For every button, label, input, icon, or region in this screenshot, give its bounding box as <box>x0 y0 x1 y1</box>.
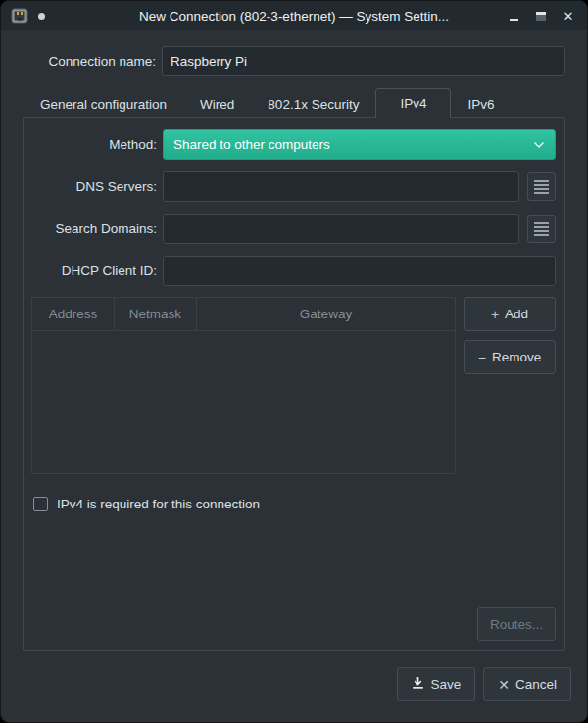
minus-icon: − <box>478 350 486 365</box>
ipv4-required-checkbox[interactable] <box>33 497 48 511</box>
list-edit-icon <box>534 180 549 194</box>
plus-icon: + <box>491 307 499 322</box>
settings-window: New Connection (802-3-ethernet) — System… <box>0 0 588 723</box>
tab-ipv6[interactable]: IPv6 <box>451 91 511 117</box>
cancel-button[interactable]: ✕ Cancel <box>483 667 571 701</box>
window-title: New Connection (802-3-ethernet) — System… <box>1 9 587 24</box>
column-header-netmask[interactable]: Netmask <box>115 298 197 330</box>
tab-8021x-security[interactable]: 802.1x Security <box>251 91 375 117</box>
dns-servers-list-button[interactable] <box>527 172 556 201</box>
close-button[interactable]: ✕ <box>560 7 577 24</box>
window-pin-dot-icon[interactable] <box>38 13 45 20</box>
list-edit-icon <box>534 222 549 236</box>
dns-servers-label: DNS Servers: <box>29 179 157 194</box>
maximize-icon <box>536 12 546 21</box>
connection-name-input[interactable] <box>162 46 565 76</box>
save-button[interactable]: Save <box>397 667 475 701</box>
add-button-label: Add <box>505 307 528 321</box>
chevron-down-icon <box>533 141 545 149</box>
ipv4-tab-panel: Method: Shared to other computers DNS Se… <box>23 117 565 651</box>
minimize-button[interactable] <box>505 7 522 24</box>
titlebar[interactable]: New Connection (802-3-ethernet) — System… <box>1 1 587 30</box>
method-dropdown[interactable]: Shared to other computers <box>163 129 556 160</box>
search-domains-input[interactable] <box>163 214 519 244</box>
tabbar: General configuration Wired 802.1x Secur… <box>23 87 565 117</box>
cancel-button-label: Cancel <box>515 677 557 692</box>
close-icon: ✕ <box>564 10 574 23</box>
ip-address-table-body[interactable] <box>32 331 455 473</box>
dns-servers-input[interactable] <box>163 171 519 202</box>
dhcp-client-id-label: DHCP Client ID: <box>29 264 157 278</box>
search-domains-label: Search Domains: <box>29 221 157 236</box>
tab-ipv4[interactable]: IPv4 <box>375 88 451 118</box>
tab-wired[interactable]: Wired <box>183 91 251 117</box>
minimize-icon <box>510 19 518 21</box>
tab-general-configuration[interactable]: General configuration <box>24 91 183 117</box>
ethernet-icon <box>11 8 28 24</box>
routes-button[interactable]: Routes... <box>477 607 556 641</box>
method-label: Method: <box>29 137 157 152</box>
add-button[interactable]: + Add <box>464 297 556 331</box>
maximize-button[interactable] <box>532 7 550 24</box>
ipv4-required-label: IPv4 is required for this connection <box>57 497 260 511</box>
search-domains-list-button[interactable] <box>527 215 556 243</box>
connection-name-label: Connection name: <box>23 54 156 69</box>
ip-address-table-header: Address Netmask Gateway <box>32 298 455 331</box>
save-icon <box>412 676 424 693</box>
x-icon: ✕ <box>498 677 510 693</box>
remove-button-label: Remove <box>492 350 541 364</box>
method-dropdown-value: Shared to other computers <box>173 137 330 152</box>
remove-button[interactable]: − Remove <box>464 340 556 374</box>
dhcp-client-id-input[interactable] <box>163 256 556 286</box>
column-header-address[interactable]: Address <box>32 298 115 330</box>
save-button-label: Save <box>430 677 461 692</box>
ip-address-table[interactable]: Address Netmask Gateway <box>31 297 456 474</box>
column-header-gateway[interactable]: Gateway <box>197 298 455 330</box>
panel-spacer <box>29 513 556 607</box>
